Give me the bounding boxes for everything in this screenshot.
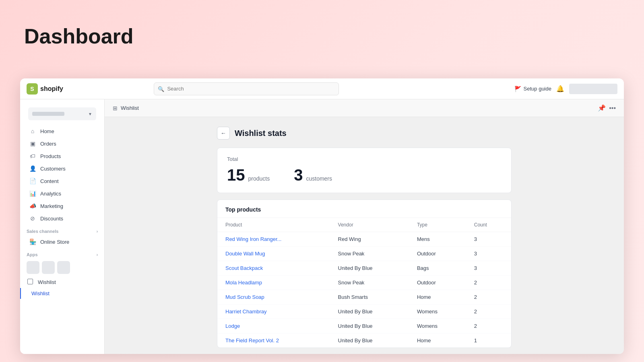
search-bar-container: 🔍 <box>154 82 339 95</box>
table-row: Harriet Chambray United By Blue Womens 2 <box>217 304 511 319</box>
sidebar-item-marketing[interactable]: 📣 Marketing <box>23 200 102 212</box>
setup-guide-button[interactable]: 🚩 Setup guide <box>514 86 551 92</box>
more-button[interactable]: ••• <box>609 105 616 112</box>
top-bar: S shopify 🔍 🚩 Setup guide 🔔 <box>20 78 624 99</box>
app-icon-1[interactable] <box>27 261 39 274</box>
count-cell: 1 <box>466 333 511 348</box>
app-icon-3[interactable] <box>57 261 70 274</box>
sidebar-item-home[interactable]: ⌂ Home <box>23 125 102 137</box>
product-link[interactable]: Mud Scrub Soap <box>225 294 264 300</box>
table-row: Mola Headlamp Snow Peak Outdoor 2 <box>217 276 511 290</box>
wishlist-parent-icon <box>27 279 34 286</box>
breadcrumb: ⊞ Wishlist <box>113 105 139 111</box>
sidebar-item-orders-label: Orders <box>40 141 56 147</box>
apps-chevron[interactable]: › <box>97 253 98 257</box>
search-icon: 🔍 <box>158 86 164 92</box>
product-link[interactable]: Harriet Chambray <box>225 309 267 315</box>
sidebar-item-marketing-label: Marketing <box>40 203 63 209</box>
sales-channels-chevron[interactable]: › <box>97 229 98 234</box>
back-header: ← Wishlist stats <box>217 127 512 140</box>
product-link[interactable]: Mola Headlamp <box>225 280 262 286</box>
product-link[interactable]: The Field Report Vol. 2 <box>225 337 279 343</box>
count-cell: 2 <box>466 319 511 333</box>
breadcrumb-bar: ⊞ Wishlist 📌 ••• <box>105 99 624 117</box>
shopify-window: S shopify 🔍 🚩 Setup guide 🔔 ▼ <box>20 78 624 354</box>
type-cell: Mens <box>409 232 466 247</box>
sales-channels-section: Sales channels › <box>20 225 104 235</box>
vendor-cell: United By Blue <box>330 261 409 276</box>
customers-unit: customers <box>306 175 332 182</box>
product-link[interactable]: Double Wall Mug <box>225 251 265 257</box>
type-cell: Womens <box>409 304 466 319</box>
flag-icon: 🚩 <box>514 86 521 92</box>
sidebar-item-products[interactable]: 🏷 Products <box>23 150 102 162</box>
wishlist-content: ← Wishlist stats Total 15 products 3 cus… <box>207 117 521 354</box>
count-cell: 3 <box>466 232 511 247</box>
sidebar: ▼ ⌂ Home ▣ Orders 🏷 Products 👤 Customers <box>20 99 105 354</box>
product-link[interactable]: Lodge <box>225 323 240 329</box>
customers-count: 3 <box>294 167 303 183</box>
online-store-icon: 🏪 <box>29 239 36 245</box>
col-product: Product <box>217 218 330 232</box>
sidebar-item-discounts[interactable]: ⊘ Discounts <box>23 212 102 224</box>
sidebar-item-orders[interactable]: ▣ Orders <box>23 138 102 150</box>
page-title: Dashboard <box>24 24 134 48</box>
type-cell: Womens <box>409 319 466 333</box>
sidebar-item-customers-label: Customers <box>40 166 66 172</box>
type-cell: Outdoor <box>409 276 466 290</box>
table-row: Scout Backpack United By Blue Bags 3 <box>217 261 511 276</box>
count-cell: 3 <box>466 261 511 276</box>
sidebar-item-content[interactable]: 📄 Content <box>23 175 102 187</box>
sidebar-item-analytics-label: Analytics <box>40 191 61 197</box>
user-avatar <box>569 84 617 94</box>
sidebar-item-analytics[interactable]: 📊 Analytics <box>23 187 102 200</box>
orders-icon: ▣ <box>29 140 36 147</box>
sales-channels-label: Sales channels <box>27 229 59 234</box>
chevron-down-icon: ▼ <box>88 112 92 116</box>
sidebar-item-home-label: Home <box>40 128 54 134</box>
app-icon-2[interactable] <box>42 261 55 274</box>
count-cell: 2 <box>466 290 511 304</box>
sidebar-item-content-label: Content <box>40 178 59 184</box>
count-cell: 3 <box>466 247 511 261</box>
product-cell: Harriet Chambray <box>217 304 330 319</box>
store-selector-button[interactable]: ▼ <box>28 107 96 120</box>
col-count: Count <box>466 218 511 232</box>
sidebar-item-customers[interactable]: 👤 Customers <box>23 162 102 175</box>
stats-total-label: Total <box>227 156 502 162</box>
sidebar-item-wishlist-active[interactable]: Wishlist <box>20 288 104 299</box>
product-link[interactable]: Red Wing Iron Ranger... <box>225 236 281 242</box>
marketing-icon: 📣 <box>29 203 36 209</box>
search-input[interactable] <box>154 82 339 95</box>
count-cell: 2 <box>466 304 511 319</box>
sidebar-item-online-store[interactable]: 🏪 Online Store <box>23 236 102 248</box>
table-row: Mud Scrub Soap Bush Smarts Home 2 <box>217 290 511 304</box>
product-cell: Red Wing Iron Ranger... <box>217 232 330 247</box>
col-vendor: Vendor <box>330 218 409 232</box>
count-cell: 2 <box>466 276 511 290</box>
home-icon: ⌂ <box>29 128 36 134</box>
sidebar-item-wishlist-parent[interactable]: Wishlist <box>20 276 104 288</box>
content-icon: 📄 <box>29 178 36 184</box>
notifications-button[interactable]: 🔔 <box>556 85 564 93</box>
products-unit: products <box>248 175 270 182</box>
products-icon: 🏷 <box>29 153 36 159</box>
stats-numbers: 15 products 3 customers <box>227 167 502 183</box>
store-name-placeholder <box>32 112 64 116</box>
top-products-title: Top products <box>217 200 511 218</box>
back-button[interactable]: ← <box>217 127 230 140</box>
product-cell: Lodge <box>217 319 330 333</box>
analytics-icon: 📊 <box>29 190 36 197</box>
product-link[interactable]: Scout Backpack <box>225 265 263 271</box>
vendor-cell: Snow Peak <box>330 276 409 290</box>
col-type: Type <box>409 218 466 232</box>
sidebar-item-wishlist-parent-label: Wishlist <box>38 279 56 285</box>
apps-icons <box>20 259 104 276</box>
table-row: Double Wall Mug Snow Peak Outdoor 3 <box>217 247 511 261</box>
top-products-card: Top products Product Vendor Type Count <box>217 200 512 348</box>
apps-label: Apps <box>27 252 38 257</box>
pin-button[interactable]: 📌 <box>598 104 606 112</box>
top-bar-right: 🚩 Setup guide 🔔 <box>514 84 617 94</box>
product-cell: The Field Report Vol. 2 <box>217 333 330 348</box>
stats-card: Total 15 products 3 customers <box>217 148 512 193</box>
